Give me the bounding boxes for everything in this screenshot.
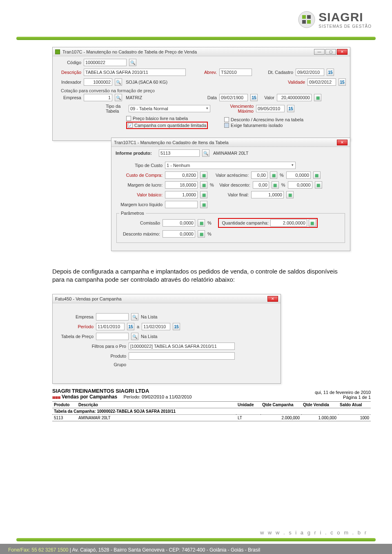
svg-rect-4	[307, 20, 311, 24]
report: SIAGRI TREINAMENTOS SIAGRI LTDA ▮▮▮▮▮ Ve…	[52, 388, 371, 421]
descmax-input[interactable]: 0,0000	[163, 230, 195, 238]
pct-label: %	[207, 231, 212, 236]
informe-cod-input[interactable]: 5113	[159, 149, 200, 157]
custocompra-input[interactable]: 0,8200	[165, 171, 198, 179]
chk-preco-basico[interactable]: Preço básico livre na tabela	[126, 116, 208, 121]
calendar-icon[interactable]: 15	[250, 94, 258, 101]
grupo-label: Grupo	[57, 362, 126, 367]
informe-desc: AMINAMAR 20LT	[212, 149, 294, 157]
chk-desc-acresc[interactable]: Desconto / Acrescimo livre na tabela	[224, 117, 303, 122]
calc-icon[interactable]: ▦	[272, 181, 279, 189]
periodo2-input[interactable]: 11/02/2010	[142, 323, 170, 330]
periodo1-input[interactable]: 11/01/2010	[96, 323, 125, 330]
report-title: Vendas por Campanhas	[62, 394, 117, 400]
close-button[interactable]: ✕	[337, 49, 347, 55]
valordesc2-input[interactable]: 0,0000	[288, 181, 312, 189]
col-qtdvend: Qtde Vendida	[301, 402, 338, 408]
margemliq-input[interactable]	[165, 201, 198, 208]
col-saldo: Saldo Atual	[338, 402, 371, 408]
valor-label: Valor	[260, 95, 274, 100]
search-icon[interactable]: 🔍	[115, 94, 122, 101]
calc-icon[interactable]: ▦	[309, 219, 316, 227]
col-descricao: Descrição	[77, 402, 236, 408]
tabela-input[interactable]	[96, 333, 129, 340]
margemlucro-input[interactable]: 18,0000	[165, 181, 198, 189]
valor-input[interactable]: 20,400000000	[277, 94, 312, 101]
validade-input[interactable]: 09/02/2012	[307, 78, 336, 86]
validade-label: Validade	[283, 80, 305, 85]
titlebar: Tran107C - Manutenção no Cadastro de Tab…	[53, 47, 350, 56]
na-lista: Na Lista	[141, 334, 157, 339]
pct-label: %	[207, 220, 212, 225]
search-icon[interactable]: 🔍	[131, 333, 138, 340]
valorfinal-input[interactable]: 1,0000	[251, 191, 284, 198]
search-icon[interactable]: 🔍	[131, 313, 138, 320]
venc-max-input[interactable]: 09/05/2010	[256, 105, 285, 112]
minimize-button[interactable]: —	[314, 49, 325, 55]
calendar-icon[interactable]: 15	[127, 323, 134, 330]
calc-icon[interactable]: ▦	[313, 171, 321, 179]
cell-qvend: 1.000,000	[301, 415, 338, 421]
valoracresc-input[interactable]: 0,00	[251, 171, 267, 179]
calendar-icon[interactable]: 15	[287, 105, 294, 112]
calc-icon[interactable]: ▦	[200, 201, 207, 208]
codigo-input[interactable]: 10000022	[84, 59, 127, 66]
calc-icon[interactable]: ▦	[200, 171, 207, 179]
chk-faturamento-isolado[interactable]: Exige faturamento isolado	[224, 123, 303, 128]
calc-icon[interactable]: ▦	[198, 230, 205, 238]
search-icon[interactable]: 🔍	[129, 59, 136, 66]
custocompra-label: Custo de Compra:	[116, 173, 163, 178]
dtcad-input[interactable]: 09/02/2010	[296, 69, 324, 76]
header-band	[16, 37, 376, 40]
window-title: Tran107C - Manutenção no Cadastro de Tab…	[62, 49, 197, 54]
valoracresc2-input[interactable]: 0,0000	[286, 171, 311, 179]
valordesc-input[interactable]: 0,00	[253, 181, 269, 189]
search-icon[interactable]: 🔍	[115, 78, 122, 86]
calc-icon[interactable]: ▦	[200, 191, 207, 198]
calendar-icon[interactable]: 15	[339, 78, 346, 86]
calendar-icon[interactable]: 15	[173, 323, 180, 330]
maximize-button[interactable]: ▢	[325, 49, 336, 55]
cell-desc: AMINAMAR 20LT	[77, 415, 236, 421]
abrev-input[interactable]: TS2010	[219, 69, 252, 76]
indexador-cod-input[interactable]: 1000002	[84, 78, 112, 86]
comissao-input[interactable]: 0,0000	[163, 219, 195, 227]
calc-icon[interactable]: ▦	[270, 171, 277, 179]
close-button[interactable]: ✕	[267, 296, 278, 302]
calc-icon[interactable]: ▦	[198, 219, 205, 227]
report-company: TREINAMENTOS SIAGRI LTDA	[72, 388, 149, 394]
calc-icon[interactable]: ▦	[200, 181, 207, 189]
close-button[interactable]: ✕	[337, 140, 347, 145]
empresa-input[interactable]	[96, 313, 129, 320]
logo-name: SIAGRI	[318, 10, 372, 24]
calc-icon[interactable]: ▦	[315, 181, 322, 189]
empresa-cod-input[interactable]: 1	[84, 94, 112, 101]
calc-icon[interactable]: ▦	[286, 191, 294, 198]
descricao-input[interactable]: TABELA SOJA SAFRA 2010/11	[84, 69, 186, 76]
tipo-tabela-select[interactable]: 09 - Tabela Normal	[129, 105, 210, 112]
chk-campanha-limitada[interactable]: Campanha com quantidade limitada	[128, 123, 206, 128]
col-qtdcamp: Qtde Campanha	[261, 402, 301, 408]
indexador-label: Indexador	[57, 80, 81, 85]
calc-icon[interactable]: ▦	[314, 94, 321, 101]
data-input[interactable]: 09/02/1900	[219, 94, 248, 101]
body-paragraph: Depois de configurada a campanha e impla…	[52, 267, 346, 284]
cell-prod: 5113	[52, 415, 77, 421]
qtdcamp-input[interactable]: 2.000,0000	[270, 219, 307, 227]
search-icon[interactable]: 🔍	[202, 149, 209, 157]
footer: w w w . s i a g r i . c o m . b r Fone/F…	[0, 530, 392, 554]
produto-label: Produto	[57, 354, 126, 358]
params-legend: Parâmetros	[119, 211, 146, 216]
params-fieldset: Parâmetros Comissão 0,0000 ▦ % Quantidad…	[116, 211, 345, 243]
footer-url: w w w . s i a g r i . c o m . b r	[0, 530, 392, 536]
calendar-icon[interactable]: 15	[327, 69, 334, 76]
chk-label: Exige faturamento isolado	[231, 123, 283, 128]
produto-input[interactable]	[129, 352, 235, 360]
valorbasico-input[interactable]: 1,0000	[165, 191, 198, 198]
abrev-label: Abrev.	[196, 70, 217, 75]
filtros-input[interactable]: [10000022] TABELA SOJA SAFRA 2010/11	[129, 343, 235, 350]
svg-point-0	[298, 11, 315, 28]
svg-rect-3	[302, 20, 306, 24]
window-tran107c1: Tran107C1 - Manutenção no Cadastro de It…	[111, 138, 350, 251]
tipocusto-select[interactable]: 1 - Nenhum	[165, 162, 296, 169]
